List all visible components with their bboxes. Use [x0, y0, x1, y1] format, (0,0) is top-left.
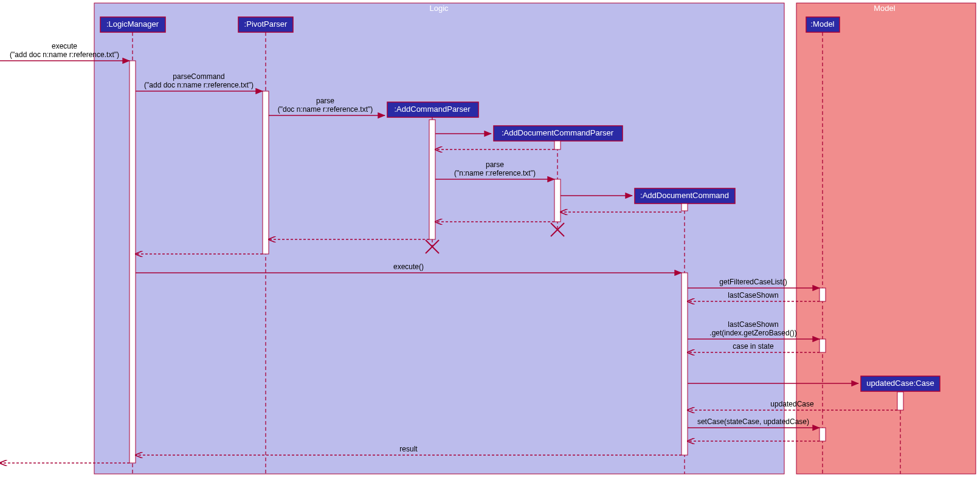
participant-logicmanager-label: :LogicManager	[106, 19, 159, 29]
participant-model-label: :Model	[810, 19, 834, 29]
sequence-diagram: Logic Model :LogicManager :PivotParser :…	[0, 0, 980, 480]
msg-execute-in-label1: execute	[52, 42, 77, 50]
activation-logicmanager	[129, 61, 136, 463]
activation-adddoccp-2	[554, 179, 561, 222]
msg-execute-in-label2: ("add doc n:name r:reference.txt")	[10, 50, 119, 59]
msg-parse-2-label1: parse	[486, 160, 504, 169]
participant-adddocumentcommandparser-label: :AddDocumentCommandParser	[502, 128, 614, 137]
model-boundary	[796, 3, 976, 474]
activation-adddoccmd-0	[682, 204, 688, 211]
activation-updatedcase	[897, 392, 903, 410]
msg-return-lastcase-label: lastCaseShown	[728, 291, 778, 300]
msg-return-updatedcase-label: updatedCase	[770, 400, 814, 408]
msg-getindex-label2: .get(index.getZeroBased())	[709, 329, 796, 337]
model-boundary-label: Model	[874, 4, 895, 13]
msg-return-caseinstate-label: case in state	[733, 342, 774, 351]
activation-model-2	[820, 339, 826, 352]
msg-getfiltered-label: getFilteredCaseList()	[719, 278, 787, 286]
msg-setcase-label: setCase(stateCase, updatedCase)	[697, 417, 809, 426]
activation-pivotparser	[263, 91, 269, 254]
msg-parsecommand-label1: parseCommand	[173, 72, 224, 81]
logic-boundary-label: Logic	[429, 4, 449, 13]
participant-addcommandparser-label: :AddCommandParser	[395, 105, 471, 114]
activation-adddoccp-1	[554, 141, 561, 149]
participant-adddocumentcommand-label: :AddDocumentCommand	[640, 191, 729, 200]
msg-result-label: result	[399, 445, 418, 453]
msg-execute-cmd-label: execute()	[393, 262, 424, 271]
msg-parse-1-label1: parse	[316, 97, 334, 105]
activation-addcommandparser	[429, 120, 435, 239]
activation-model-1	[820, 288, 826, 301]
activation-model-3	[820, 428, 826, 441]
msg-parse-1-label2: ("doc n:name r:reference.txt")	[278, 105, 373, 114]
msg-getindex-label1: lastCaseShown	[728, 320, 778, 329]
msg-parsecommand-label2: ("add doc n:name r:reference.txt")	[144, 81, 254, 89]
activation-adddoccmd-1	[682, 273, 688, 455]
participant-pivotparser-label: :PivotParser	[244, 19, 288, 29]
msg-parse-2-label2: ("n:name r:reference.txt")	[454, 169, 536, 177]
participant-updatedcase-label: updatedCase:Case	[866, 379, 934, 388]
